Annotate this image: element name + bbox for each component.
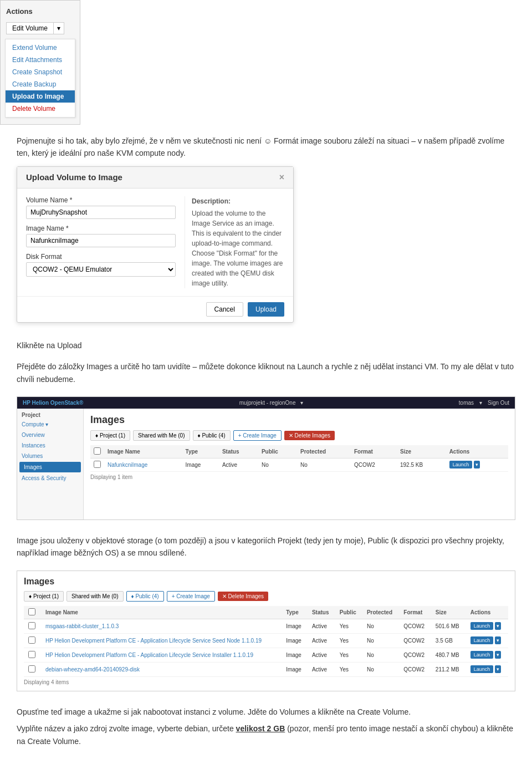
menu-item-delete[interactable]: Delete Volume xyxy=(6,103,75,115)
row-public-0: Yes xyxy=(335,619,362,633)
dialog-close-button[interactable]: × xyxy=(279,172,284,182)
row-status-1: Active xyxy=(308,633,335,648)
row-type: Image xyxy=(182,458,219,471)
nav-arrow[interactable]: ▾ xyxy=(300,400,303,406)
row-format-1: QCOW2 xyxy=(399,633,431,648)
tab-shared[interactable]: Shared with Me (0) xyxy=(133,430,190,441)
img-link-3[interactable]: debian-wheezy-amd64-20140929-disk xyxy=(45,666,140,673)
prose-5-line1: Opusťme teď image a ukažme si jak naboot… xyxy=(17,706,515,718)
volume-name-input[interactable] xyxy=(26,206,176,219)
tab-project[interactable]: ♦ Project (1) xyxy=(90,430,130,441)
images-screenshot: Images ♦ Project (1) Shared with Me (0) … xyxy=(17,571,515,691)
dialog-header: Upload Volume to Image × xyxy=(17,167,293,189)
menu-item-edit-attachments[interactable]: Edit Attachments xyxy=(6,54,75,66)
col-checkbox xyxy=(90,445,104,459)
sidebar-instances[interactable]: Instances xyxy=(17,440,83,451)
select-all[interactable] xyxy=(28,608,35,615)
row-action: Launch ▾ xyxy=(446,458,508,471)
prose-3-text: Přejděte do záložky Images a určitě ho t… xyxy=(17,362,514,383)
dialog-footer: Cancel Upload xyxy=(17,296,293,322)
img-delete-button[interactable]: ✕ Delete Images xyxy=(218,592,268,601)
hp-topbar: HP Helion OpenStack® mujprojekt - region… xyxy=(17,397,515,409)
upload-button[interactable]: Upload xyxy=(248,302,284,317)
col-status: Status xyxy=(219,445,258,459)
user-arrow[interactable]: ▾ xyxy=(479,400,482,406)
menu-item-extend[interactable]: Extend Volume xyxy=(6,42,75,54)
delete-images-button[interactable]: ✕ Delete Images xyxy=(284,431,335,440)
row-checkbox-0[interactable] xyxy=(28,622,35,629)
signout-link[interactable]: Sign Out xyxy=(488,400,509,406)
launch-dropdown[interactable]: ▾ xyxy=(474,461,480,468)
row-checkbox-3[interactable] xyxy=(28,665,35,673)
actions-title: Actions xyxy=(1,5,80,20)
image-name-input[interactable] xyxy=(26,234,176,247)
image-name-group: Image Name * xyxy=(26,225,176,247)
disk-format-select[interactable]: QCOW2 - QEMU Emulator RAW VHD VMDK OVA I… xyxy=(26,262,176,277)
launch-btn-3[interactable]: Launch xyxy=(470,665,494,673)
desc-title: Description: xyxy=(192,196,284,206)
table-row: HP Helion Development Platform CE - Appl… xyxy=(24,633,508,648)
launch-button[interactable]: Launch xyxy=(449,461,473,468)
launch-btn-1[interactable]: Launch xyxy=(470,636,494,644)
row-checkbox-2[interactable] xyxy=(28,651,35,658)
col-public: Public xyxy=(335,606,362,619)
col-actions: Actions xyxy=(446,445,508,459)
hp-page-title: Images xyxy=(90,414,508,426)
prose-2-text: Klikněte na Upload xyxy=(17,341,82,350)
dialog-title: Upload Volume to Image xyxy=(26,172,122,182)
img-tab-public[interactable]: ♦ Public (4) xyxy=(126,591,164,602)
select-all-checkbox[interactable] xyxy=(94,447,101,455)
col-protected: Protected xyxy=(362,606,399,619)
launch-dd-1[interactable]: ▾ xyxy=(495,636,501,644)
dialog-form: Volume Name * Image Name * Disk Format Q… xyxy=(26,196,176,288)
hp-sidebar: Project Compute ▾ Overview Instances Vol… xyxy=(17,409,84,519)
cancel-button[interactable]: Cancel xyxy=(206,302,243,317)
menu-item-create-snapshot[interactable]: Create Snapshot xyxy=(6,66,75,78)
actions-menu: Extend Volume Edit Attachments Create Sn… xyxy=(5,39,75,118)
table-row: HP Helion Development Platform CE - Appl… xyxy=(24,648,508,662)
row-size-2: 480.7 MB xyxy=(431,648,466,662)
images-toolbar: ♦ Project (1) Shared with Me (0) ♦ Publi… xyxy=(24,591,508,602)
row-format-0: QCOW2 xyxy=(399,619,431,633)
image-name-link[interactable]: NafunkcniImage xyxy=(108,462,147,468)
row-protected: No xyxy=(297,458,351,471)
edit-volume-dropdown[interactable]: ▾ xyxy=(53,22,64,34)
img-link-2[interactable]: HP Helion Development Platform CE - Appl… xyxy=(45,652,253,658)
launch-dd-0[interactable]: ▾ xyxy=(495,622,501,630)
sidebar-images[interactable]: Images xyxy=(19,462,81,472)
sidebar-overview[interactable]: Overview xyxy=(17,430,83,440)
menu-item-upload[interactable]: Upload to Image xyxy=(6,90,75,103)
sidebar-compute[interactable]: Compute ▾ xyxy=(17,419,83,430)
menu-item-create-backup[interactable]: Create Backup xyxy=(6,78,75,90)
launch-dd-3[interactable]: ▾ xyxy=(495,665,501,673)
img-tab-shared[interactable]: Shared with Me (0) xyxy=(66,591,123,602)
row-select-checkbox[interactable] xyxy=(94,461,101,468)
displaying-text: Displaying 1 item xyxy=(90,474,508,480)
prose-4-text: Image jsou uloženy v objektové storage (… xyxy=(17,536,504,557)
col-format: Format xyxy=(351,445,397,459)
user-name[interactable]: tomas xyxy=(459,400,474,406)
row-checkbox-1[interactable] xyxy=(28,636,35,644)
img-link-1[interactable]: HP Helion Development Platform CE - Appl… xyxy=(45,638,262,644)
row-public: No xyxy=(258,458,297,471)
image-name-label: Image Name * xyxy=(26,225,176,232)
prose-1: Pojmenujte si ho tak, aby bylo zřejmé, ž… xyxy=(0,125,532,166)
row-format: QCOW2 xyxy=(351,458,397,471)
prose-5-line2: Vyplňte název a jako zdroj zvolte image,… xyxy=(17,722,515,747)
col-size: Size xyxy=(431,606,466,619)
row-protected-2: No xyxy=(362,648,399,662)
img-link-0[interactable]: msgaas-rabbit-cluster_1.1.0.3 xyxy=(45,623,119,629)
launch-btn-2[interactable]: Launch xyxy=(470,651,494,659)
row-size: 192.5 KB xyxy=(397,458,446,471)
row-type-2: Image xyxy=(282,648,308,662)
launch-dd-2[interactable]: ▾ xyxy=(495,651,501,659)
create-image-button[interactable]: + Create Image xyxy=(233,430,282,441)
img-create-button[interactable]: + Create Image xyxy=(167,591,215,602)
sidebar-access-security[interactable]: Access & Security xyxy=(17,473,83,483)
sidebar-volumes[interactable]: Volumes xyxy=(17,451,83,461)
img-tab-project[interactable]: ♦ Project (1) xyxy=(24,591,64,602)
edit-volume-button[interactable]: Edit Volume xyxy=(6,22,53,34)
launch-btn-0[interactable]: Launch xyxy=(470,622,494,630)
tab-public[interactable]: ♦ Public (4) xyxy=(193,430,231,441)
nav-project[interactable]: mujprojekt - regionOne xyxy=(239,400,296,406)
